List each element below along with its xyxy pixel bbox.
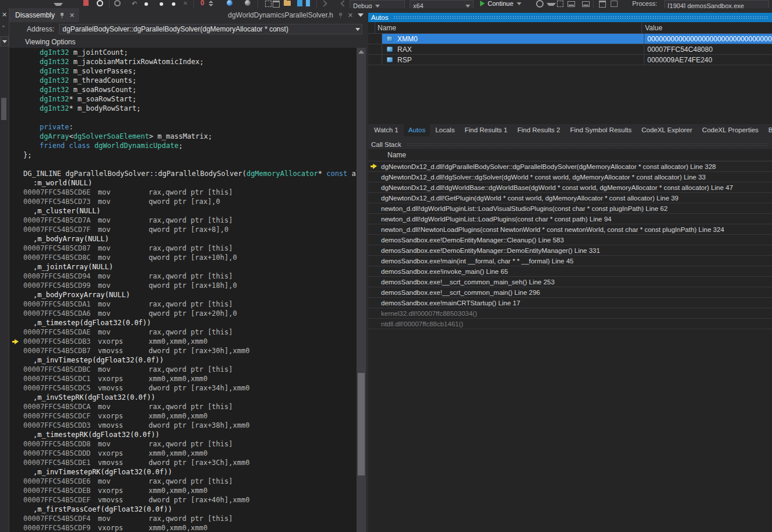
scroll-up-arrow-icon[interactable] bbox=[358, 50, 364, 54]
panel-tab-codexl-properties[interactable]: CodeXL Properties bbox=[697, 124, 763, 136]
disassembly-line[interactable]: 00007FFC54B5CDE6movrax,qword ptr [this] bbox=[9, 477, 357, 486]
source-line[interactable]: dgInt32 m_threadCounts; bbox=[9, 76, 357, 85]
source-line[interactable]: :m_world(NULL) bbox=[9, 178, 357, 188]
breakpoint-gutter[interactable] bbox=[9, 430, 23, 439]
close-icon[interactable]: ✕ bbox=[2, 11, 7, 19]
breakpoint-gutter[interactable] bbox=[9, 477, 23, 486]
disassembly-line[interactable]: 00007FFC54B5CDB3vxorpsxmm0,xmm0,xmm0 bbox=[9, 337, 357, 346]
breakpoint-gutter[interactable] bbox=[9, 346, 23, 355]
folder-icon[interactable] bbox=[284, 1, 291, 6]
disassembly-line[interactable]: 00007FFC54B5CD73movqword ptr [rax],0 bbox=[9, 197, 357, 206]
breakpoint-gutter[interactable] bbox=[9, 48, 23, 57]
breakpoint-gutter[interactable] bbox=[9, 486, 23, 495]
breakpoint-gutter[interactable] bbox=[9, 94, 23, 104]
autos-row[interactable]: XMM000000000000000000000000000000000 bbox=[368, 34, 772, 44]
source-line[interactable]: }; bbox=[9, 150, 357, 160]
disassembly-line[interactable]: 00007FFC54B5CDB7vmovssdword ptr [rax+30h… bbox=[9, 346, 357, 355]
source-line[interactable]: ,m_jointArray(NULL) bbox=[9, 262, 357, 272]
breakpoint-gutter[interactable] bbox=[9, 113, 23, 122]
source-line[interactable]: ,m_invTimestepRK(dgFloat32(0.0f)) bbox=[9, 467, 357, 477]
disassembly-line[interactable]: 00007FFC54B5CDCAmovrax,qword ptr [this] bbox=[9, 402, 357, 411]
call-stack-frame[interactable]: demosSandbox.exe!invoke_main() Line 65 bbox=[368, 266, 772, 277]
chevron-down-icon[interactable] bbox=[0, 36, 9, 47]
breakpoint-gutter[interactable] bbox=[9, 178, 23, 188]
gray-ring-icon[interactable] bbox=[114, 0, 121, 6]
breakpoint-gutter[interactable] bbox=[9, 244, 23, 253]
breakpoint-gutter[interactable] bbox=[9, 253, 23, 262]
source-line[interactable]: ,m_bodyProxyArray(NULL) bbox=[9, 290, 357, 300]
call-stack-frame[interactable]: dgNewtonDx12_d.dll!dgSolver::dgSolver(dg… bbox=[368, 172, 772, 182]
disassembly-line[interactable]: 00007FFC54B5CD87movrax,qword ptr [this] bbox=[9, 244, 357, 253]
disassembly-line[interactable]: 00007FFC54B5CDF9vxorpsxmm0,xmm0,xmm0 bbox=[9, 523, 357, 532]
breakpoint-gutter[interactable] bbox=[9, 449, 23, 458]
memory-icon[interactable] bbox=[567, 1, 575, 7]
autos-row[interactable]: RAX00007FFC54C48080 bbox=[368, 44, 772, 55]
breakpoint-gutter[interactable] bbox=[9, 411, 23, 421]
breakpoint-gutter[interactable] bbox=[9, 272, 23, 281]
breakpoint-gutter[interactable] bbox=[9, 281, 23, 290]
breakpoint-gutter[interactable] bbox=[9, 505, 23, 514]
record-circle-icon[interactable] bbox=[97, 0, 103, 6]
breakpoint-gutter[interactable] bbox=[9, 458, 23, 467]
call-stack-frame[interactable]: demosSandbox.exe!DemoEntityManager::Demo… bbox=[368, 245, 772, 256]
disassembly-line[interactable]: 00007FFC54B5CDAEmovrax,qword ptr [this] bbox=[9, 327, 357, 337]
breakpoint-gutter[interactable] bbox=[9, 85, 23, 94]
breakpoint-gutter[interactable] bbox=[9, 234, 23, 244]
dropdown-grip-icon[interactable] bbox=[547, 3, 556, 8]
step-into-icon[interactable] bbox=[144, 2, 148, 6]
breakpoint-gutter[interactable] bbox=[9, 76, 23, 85]
disassembly-line[interactable]: 00007FFC54B5CDCFvxorpsxmm0,xmm0,xmm0 bbox=[9, 411, 357, 421]
box-dropdown-icon[interactable] bbox=[611, 1, 618, 7]
call-stack-frame[interactable]: newton_d.dll!dgWorldPluginList::LoadPlug… bbox=[368, 214, 772, 224]
call-stack-frame[interactable]: demosSandbox.exe!DemoEntityManager::Clea… bbox=[368, 235, 772, 245]
breakpoint-gutter[interactable] bbox=[9, 206, 23, 216]
source-line[interactable]: dgInt32 m_solverPasses; bbox=[9, 66, 357, 76]
panel-tab-autos[interactable]: Autos bbox=[404, 124, 430, 136]
call-stack-frame[interactable]: newton_d.dll!dgWorldPluginList::LoadVisu… bbox=[368, 203, 772, 214]
source-line[interactable]: dgInt32* m_soaRowStart; bbox=[9, 94, 357, 104]
source-line[interactable]: dgArray<dgSolverSoaElement> m_massMatrix… bbox=[9, 132, 357, 141]
source-line[interactable]: private: bbox=[9, 122, 357, 132]
close-icon[interactable]: ✕ bbox=[348, 12, 353, 19]
disassembly-line[interactable]: 00007FFC54B5CD99movqword ptr [rax+18h],0 bbox=[9, 281, 357, 290]
disassembly-line[interactable]: 00007FFC54B5CD8Cmovqword ptr [rax+10h],0 bbox=[9, 253, 357, 262]
step-out-icon[interactable] bbox=[172, 2, 175, 6]
breakpoint-gutter[interactable] bbox=[9, 188, 23, 197]
gray-sphere-icon[interactable] bbox=[245, 0, 251, 6]
close-icon[interactable]: ✕ bbox=[69, 12, 75, 19]
disassembly-line[interactable]: 00007FFC54B5CDE1vmovssdword ptr [rax+3Ch… bbox=[9, 458, 357, 467]
breakpoint-gutter[interactable] bbox=[9, 318, 23, 327]
breakpoint-gutter[interactable] bbox=[9, 374, 23, 383]
breakpoint-gutter[interactable] bbox=[9, 523, 23, 532]
chevron-left-icon[interactable] bbox=[340, 0, 347, 6]
breakpoint-gutter[interactable] bbox=[9, 66, 23, 76]
breakpoint-gutter[interactable] bbox=[9, 262, 23, 272]
panel-tab-codexl-explorer[interactable]: CodeXL Explorer bbox=[637, 124, 697, 136]
breakpoint-gutter[interactable] bbox=[9, 290, 23, 300]
breakpoint-gutter[interactable] bbox=[9, 421, 23, 430]
breakpoint-gutter[interactable] bbox=[9, 355, 23, 365]
panel-tab-locals[interactable]: Locals bbox=[431, 124, 459, 136]
breakpoint-gutter[interactable] bbox=[9, 104, 23, 113]
call-stack-frame[interactable]: demosSandbox.exe!main(int __formal, char… bbox=[368, 256, 772, 266]
chevron-down-icon[interactable] bbox=[358, 13, 364, 17]
disassembly-line[interactable]: 00007FFC54B5CD6Emovrax,qword ptr [this] bbox=[9, 188, 357, 197]
source-line[interactable]: DG_INLINE dgParallelBodySolver::dgParall… bbox=[9, 169, 357, 178]
dropdown-grip-icon[interactable] bbox=[54, 3, 63, 8]
dashed-box-icon[interactable] bbox=[557, 1, 563, 7]
tab-document[interactable]: dgWorldDynamicsParallelSolver.h ✕ bbox=[228, 8, 366, 22]
breakpoint-gutter[interactable] bbox=[9, 160, 23, 169]
breakpoint-gutter[interactable] bbox=[9, 300, 23, 309]
process-combo[interactable]: [1904] demosSandbox.exe bbox=[664, 0, 769, 9]
disassembly-line[interactable]: 00007FFC54B5CDC1vxorpsxmm0,xmm0,xmm0 bbox=[9, 374, 357, 383]
window-icon[interactable] bbox=[273, 1, 280, 8]
breakpoint-gutter[interactable] bbox=[9, 57, 23, 66]
breakpoint-gutter[interactable] bbox=[9, 225, 23, 234]
blue-sphere-icon[interactable] bbox=[227, 0, 232, 6]
source-line[interactable]: ,m_invTimestep(dgFloat32(0.0f)) bbox=[9, 355, 357, 365]
panel-tab-watch-1[interactable]: Watch 1 bbox=[369, 124, 403, 136]
platform-combo[interactable]: x64 bbox=[410, 0, 474, 9]
breakpoint-gutter[interactable] bbox=[9, 495, 23, 505]
breakpoint-gutter[interactable] bbox=[9, 132, 23, 141]
disassembly-line[interactable]: 00007FFC54B5CD7Amovrax,qword ptr [this] bbox=[9, 216, 357, 225]
